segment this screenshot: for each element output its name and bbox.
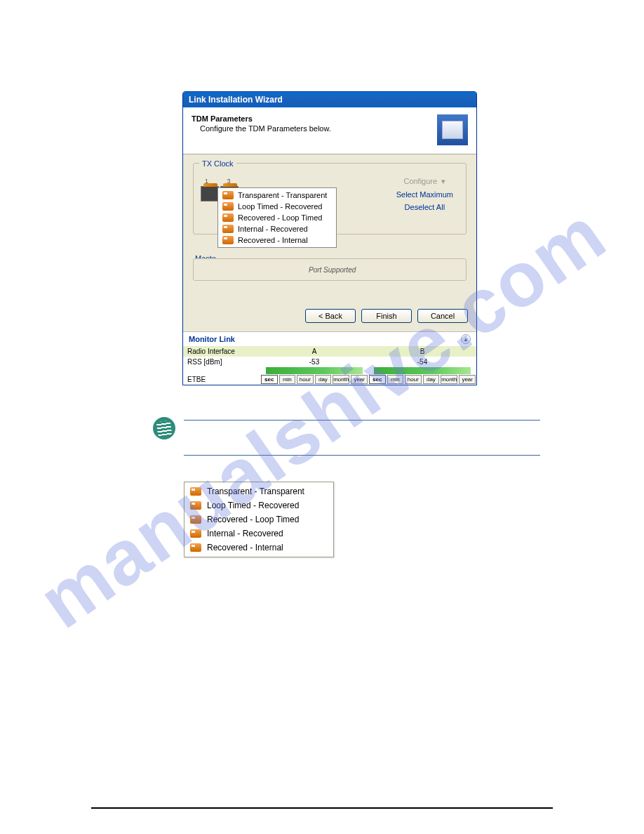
clock-option[interactable]: Recovered - Internal (220, 234, 335, 246)
clock-option-icon (190, 543, 201, 552)
rss-label: RSS [dBm] (183, 357, 260, 367)
list-item-label: Loop Timed - Recovered (207, 501, 299, 510)
clock-option-label: Transparent - Transparent (238, 191, 327, 199)
clock-option-icon (222, 191, 234, 199)
list-item-label: Recovered - Loop Timed (207, 515, 299, 524)
clock-option[interactable]: Transparent - Transparent (220, 190, 335, 201)
rss-a-value: -53 (260, 357, 368, 367)
timescale-btn[interactable]: hour (405, 375, 422, 384)
timescale-btn[interactable]: month (441, 375, 457, 384)
timescale-btn[interactable]: day (423, 375, 440, 384)
list-item-label: Internal - Recovered (207, 529, 283, 538)
finish-button[interactable]: Finish (361, 309, 412, 323)
header-subtitle: Configure the TDM Parameters below. (200, 124, 437, 133)
clock-options-list: Transparent - Transparent Loop Timed - R… (184, 482, 334, 557)
col-b-label: B (368, 346, 476, 357)
list-item[interactable]: Recovered - Loop Timed (187, 512, 330, 527)
monitor-header: Monitor Link ▲ (183, 331, 476, 346)
select-maximum-link[interactable]: Select Maximum (391, 190, 459, 199)
clock-option-label: Recovered - Internal (238, 236, 308, 244)
list-item[interactable]: Internal - Recovered (187, 527, 330, 541)
list-item-label: Recovered - Internal (207, 543, 283, 552)
timescale-btn[interactable]: year (459, 375, 476, 384)
clock-option[interactable]: Internal - Recovered (220, 223, 335, 234)
list-item-label: Transparent - Transparent (207, 486, 304, 496)
page-footer-rule (91, 807, 553, 809)
clock-option-icon (222, 213, 234, 222)
rss-bar-b (374, 367, 471, 374)
txclock-dropdown[interactable]: Transparent - Transparent Loop Timed - R… (217, 187, 337, 248)
txclock-legend: TX Clock (199, 159, 236, 168)
col-a-label: A (260, 346, 368, 357)
master-group: Port Supported (193, 258, 467, 281)
rss-row: RSS [dBm] -53 -54 (183, 357, 476, 367)
configure-dropdown: Configure ▾ (391, 176, 459, 187)
clock-option[interactable]: Recovered - Loop Timed (220, 212, 335, 223)
divider-top (184, 420, 540, 421)
clock-option-icon (190, 487, 201, 496)
clock-option-icon (190, 515, 201, 524)
clock-option-icon (190, 529, 201, 538)
clock-option-icon (190, 501, 201, 510)
window-titlebar[interactable]: Link Installation Wizard (183, 92, 476, 107)
timescale-a: sec min hour day month year (260, 374, 368, 385)
collapse-icon[interactable]: ▲ (461, 334, 471, 344)
wizard-button-row: < Back Finish Cancel (183, 302, 476, 331)
monitor-panel: Monitor Link ▲ Radio Interface A B RSS [… (183, 331, 476, 385)
timescale-btn[interactable]: hour (297, 375, 314, 384)
clock-option[interactable]: Loop Timed - Recovered (220, 201, 335, 212)
clock-option-label: Internal - Recovered (238, 225, 308, 233)
rss-bar-row (183, 367, 476, 374)
clock-option-icon (222, 225, 234, 233)
rss-b-value: -54 (368, 357, 476, 367)
list-item[interactable]: Transparent - Transparent (187, 484, 330, 498)
txclock-actions: Configure ▾ Select Maximum Deselect All (391, 176, 459, 212)
txclock-group: TX Clock 1 3 Transparent - Transparent L… (193, 163, 467, 234)
clock-option-icon (222, 202, 234, 211)
timescale-b: sec min hour day month year (368, 374, 476, 385)
monitor-head-row: Radio Interface A B (183, 346, 476, 357)
timescale-btn[interactable]: min (279, 375, 296, 384)
timescale-btn[interactable]: month (333, 375, 349, 384)
list-item[interactable]: Loop Timed - Recovered (187, 498, 330, 512)
cancel-button[interactable]: Cancel (417, 309, 468, 323)
wizard-banner-icon (437, 114, 468, 145)
deselect-all-link[interactable]: Deselect All (391, 202, 459, 212)
timescale-btn[interactable]: min (387, 375, 404, 384)
rss-bar-a (266, 367, 363, 374)
timescale-btn[interactable]: day (315, 375, 332, 384)
etbe-label: ETBE (183, 374, 260, 385)
port-1-icon[interactable] (201, 186, 219, 201)
note-icon (153, 417, 175, 439)
timescale-btn[interactable]: sec (261, 375, 278, 384)
back-button[interactable]: < Back (305, 309, 356, 323)
header-title: TDM Parameters (192, 114, 437, 123)
list-item[interactable]: Recovered - Internal (187, 541, 330, 555)
wizard-window: Link Installation Wizard TDM Parameters … (182, 91, 477, 385)
radio-interface-label: Radio Interface (183, 346, 260, 357)
timescale-btn[interactable]: year (351, 375, 368, 384)
divider-bottom (184, 455, 540, 456)
wizard-header: TDM Parameters Configure the TDM Paramet… (183, 107, 476, 154)
monitor-title: Monitor Link (189, 335, 235, 343)
clock-option-label: Recovered - Loop Timed (238, 213, 322, 222)
etbe-row: ETBE sec min hour day month year sec min… (183, 374, 476, 385)
master-text: Port Supported (309, 266, 356, 274)
wizard-body: TX Clock 1 3 Transparent - Transparent L… (183, 154, 476, 302)
clock-option-label: Loop Timed - Recovered (238, 202, 322, 211)
clock-option-icon (222, 236, 234, 244)
note-icon-wrap (153, 417, 175, 439)
timescale-btn[interactable]: sec (369, 375, 386, 384)
